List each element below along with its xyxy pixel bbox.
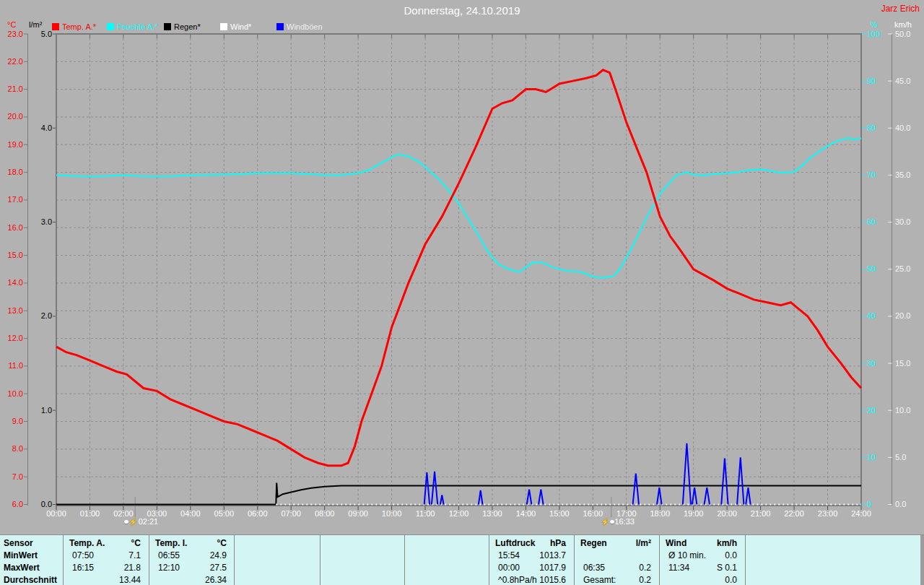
- wind-axis-label: 50.0: [895, 30, 918, 39]
- table-col-unit: °C: [131, 538, 141, 548]
- table-row: 0.0: [660, 573, 744, 585]
- x-axis-label: 20:00: [711, 509, 743, 518]
- marker-time-label: 02:21: [139, 517, 159, 526]
- table-row: Ø 10 min.0.0: [660, 549, 744, 561]
- rain-axis-label: 2.0: [30, 311, 52, 321]
- table-cell-time: 06:35: [583, 563, 605, 573]
- table-cell-value: 0.2: [639, 563, 651, 573]
- flash-icon: ⚡: [601, 517, 609, 526]
- table-cell-value: 0.0: [725, 550, 737, 560]
- x-axis-label: 24:00: [845, 509, 877, 518]
- table-cell-time: 16:15: [72, 563, 94, 573]
- table-row: 00:001017.9: [489, 561, 573, 573]
- table-row: Gesamt:0.2: [575, 573, 658, 585]
- window-edge: [920, 535, 924, 585]
- weather-app-window: { "window": { "title": "Donnerstag, 24.1…: [0, 0, 924, 585]
- table-row: [746, 561, 918, 573]
- table-cell-time: 00:00: [498, 563, 520, 573]
- x-axis-label: 05:00: [208, 509, 240, 518]
- x-axis-label: 21:00: [745, 509, 777, 518]
- table-row: 07:507.1: [64, 549, 148, 561]
- temp-axis-label: 16.0: [1, 223, 23, 233]
- table-col-unit: km/h: [717, 538, 737, 548]
- table-col-header: Temp. I.°C: [149, 537, 234, 549]
- table-col-unit: l/m²: [636, 538, 651, 548]
- table-row-label: MaxWert: [4, 561, 40, 573]
- x-axis-label: 07:00: [275, 509, 307, 518]
- temp-axis-label: 6.0: [1, 500, 23, 509]
- table-col-header: Temp. A.°C: [64, 537, 148, 549]
- table-cell-value: 1013.7: [539, 550, 566, 560]
- wind-axis-label: 40.0: [895, 124, 918, 133]
- x-axis-label: 19:00: [678, 509, 710, 518]
- temp-axis-label: 23.0: [1, 30, 23, 39]
- temp-axis-label: 11.0: [1, 361, 23, 370]
- table-cell-value: 1017.9: [539, 563, 566, 573]
- table-col-unit: °C: [217, 538, 227, 548]
- table-col-header: [746, 537, 918, 549]
- rain-axis-label: 0.0: [30, 500, 52, 509]
- x-axis-label: 11:00: [409, 509, 441, 518]
- x-axis-label: 06:00: [242, 509, 274, 518]
- stats-table: SensorMinWertMaxWertDurchschnittTemp. A.…: [0, 534, 924, 585]
- table-cell-time: 15:54: [498, 550, 520, 560]
- temp-axis-label: 9.0: [1, 417, 23, 426]
- table-row: [235, 561, 319, 573]
- temp-axis-label: 17.0: [1, 195, 23, 204]
- table-row-label: Sensor: [4, 537, 33, 549]
- x-axis-label: 13:00: [476, 509, 508, 518]
- table-row: [575, 549, 658, 561]
- table-cell-value: 27.5: [210, 563, 227, 573]
- temp-axis-label: 8.0: [1, 444, 23, 454]
- humidity-axis-label: 10: [867, 453, 886, 462]
- humidity-axis-label: 100: [867, 30, 886, 39]
- table-cell-value: 7.1: [128, 550, 141, 560]
- rain-axis-label: 5.0: [30, 30, 52, 39]
- table-cell-value: 21.8: [124, 563, 141, 573]
- temp-axis-label: 18.0: [1, 168, 23, 177]
- x-axis-label: 00:00: [40, 509, 72, 518]
- table-cell-value: 24.9: [210, 550, 227, 560]
- table-col-name: Luftdruck: [495, 538, 535, 548]
- wind-axis-label: 25.0: [895, 264, 918, 274]
- temp-axis-label: 13.0: [1, 306, 23, 316]
- temp-axis-label: 14.0: [1, 278, 23, 287]
- table-row: [746, 573, 918, 585]
- x-axis-label: 01:00: [74, 509, 105, 518]
- table-cell-value: 26.34: [205, 575, 227, 585]
- table-cell-time: ^0.8hPa/h: [498, 575, 537, 585]
- table-col-name: Regen: [580, 538, 607, 548]
- marker-time-label: 16:33: [614, 517, 635, 526]
- table-cell-time: Ø 10 min.: [668, 550, 706, 560]
- table-col-header: [321, 537, 404, 549]
- table-row: 06:5524.9: [149, 549, 234, 561]
- table-row: [235, 549, 319, 561]
- x-axis-label: 04:00: [175, 509, 206, 518]
- flash-icon: ⚡: [128, 517, 137, 526]
- table-cell-value: 0.0: [725, 575, 737, 585]
- table-col-unit: hPa: [550, 538, 566, 548]
- table-row: [321, 561, 404, 573]
- wind-axis-label: 30.0: [895, 217, 918, 227]
- table-col-header: LuftdruckhPa: [489, 537, 573, 549]
- humidity-axis-label: 70: [867, 170, 886, 180]
- event-marker: ⚡16:33: [601, 517, 635, 526]
- humidity-axis-label: 0: [867, 500, 886, 509]
- temp-axis-label: 20.0: [1, 112, 23, 121]
- table-row-label: Durchschnitt: [4, 573, 57, 585]
- x-axis-label: 09:00: [342, 509, 374, 518]
- table-cell-time: 06:55: [158, 550, 180, 560]
- temp-axis-label: 21.0: [1, 84, 23, 94]
- x-axis-label: 10:00: [376, 509, 408, 518]
- table-row: [405, 561, 488, 573]
- humidity-axis-label: 80: [867, 124, 886, 133]
- table-row: [235, 573, 319, 585]
- table-cell-value: 13.44: [119, 575, 141, 585]
- table-col-name: Wind: [666, 538, 687, 548]
- table-col-header: Windkm/h: [660, 537, 744, 549]
- wind-axis-label: 15.0: [895, 359, 918, 368]
- table-cell-value: 0.2: [639, 575, 651, 585]
- temp-axis-label: 15.0: [1, 251, 23, 260]
- table-cell-time: 11:34: [668, 563, 689, 573]
- table-cell-value: S 0.1: [717, 563, 737, 573]
